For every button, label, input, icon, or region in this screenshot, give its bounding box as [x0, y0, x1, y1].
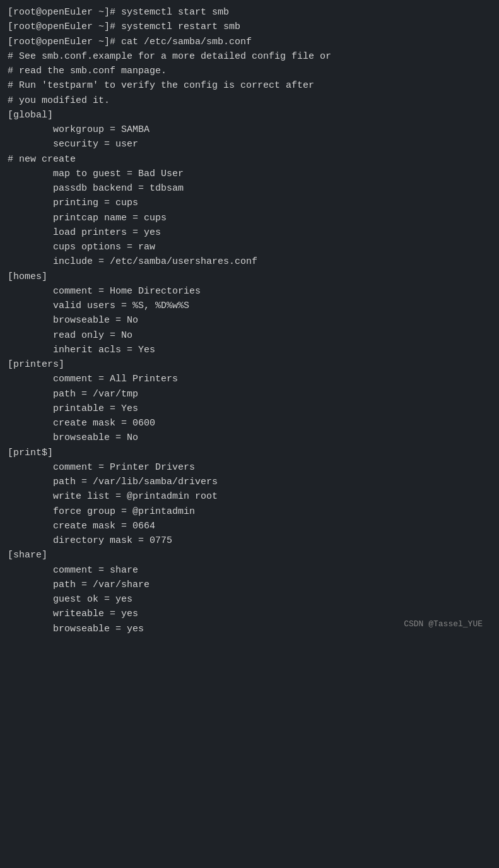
terminal-line: inherit acls = Yes [8, 343, 491, 357]
terminal-line: cups options = raw [8, 240, 491, 254]
terminal-line: [print$] [8, 446, 491, 460]
terminal-line: create mask = 0600 [8, 416, 491, 431]
terminal-line: # you modified it. [8, 93, 491, 108]
terminal-line: security = user [8, 137, 491, 152]
terminal-line: printable = Yes [8, 401, 491, 416]
watermark: CSDN @Tassel_YUE [404, 619, 483, 629]
terminal-line: valid users = %S, %D%w%S [8, 299, 491, 313]
terminal-line: load printers = yes [8, 225, 491, 240]
terminal-line: path = /var/share [8, 578, 491, 592]
terminal-line: comment = Printer Drivers [8, 460, 491, 475]
terminal-line: [root@openEuler ~]# systemctl start smb [8, 5, 491, 20]
terminal-line: directory mask = 0775 [8, 533, 491, 548]
terminal-line: [root@openEuler ~]# cat /etc/samba/smb.c… [8, 35, 491, 49]
terminal-line: path = /var/lib/samba/drivers [8, 475, 491, 489]
terminal-line: # read the smb.conf manpage. [8, 64, 491, 78]
terminal-line: comment = All Printers [8, 372, 491, 386]
terminal-line: # Run 'testparm' to verify the config is… [8, 78, 491, 93]
terminal-line: browseable = No [8, 431, 491, 445]
terminal-line: create mask = 0664 [8, 519, 491, 533]
terminal-line: [share] [8, 548, 491, 562]
terminal-line: # new create [8, 152, 491, 167]
terminal-line: force group = @printadmin [8, 504, 491, 519]
terminal-line: read only = No [8, 328, 491, 343]
terminal-line: guest ok = yes [8, 592, 491, 607]
terminal-line: [homes] [8, 270, 491, 284]
terminal-line: workgroup = SAMBA [8, 122, 491, 137]
terminal-output: [root@openEuler ~]# systemctl start smb[… [8, 5, 491, 636]
terminal-line: include = /etc/samba/usershares.conf [8, 254, 491, 269]
terminal-line: browseable = No [8, 313, 491, 328]
terminal-line: comment = share [8, 563, 491, 578]
terminal-line: path = /var/tmp [8, 387, 491, 401]
terminal-line: write list = @printadmin root [8, 489, 491, 504]
terminal-line: comment = Home Directories [8, 284, 491, 299]
terminal-line: passdb backend = tdbsam [8, 181, 491, 196]
terminal-line: map to guest = Bad User [8, 167, 491, 181]
terminal-line: # See smb.conf.example for a more detail… [8, 49, 491, 64]
terminal-line: printcap name = cups [8, 211, 491, 225]
terminal-line: [root@openEuler ~]# systemctl restart sm… [8, 20, 491, 34]
terminal-line: [printers] [8, 357, 491, 372]
terminal-container: [root@openEuler ~]# systemctl start smb[… [8, 5, 491, 636]
terminal-line: printing = cups [8, 196, 491, 210]
terminal-line: [global] [8, 108, 491, 122]
